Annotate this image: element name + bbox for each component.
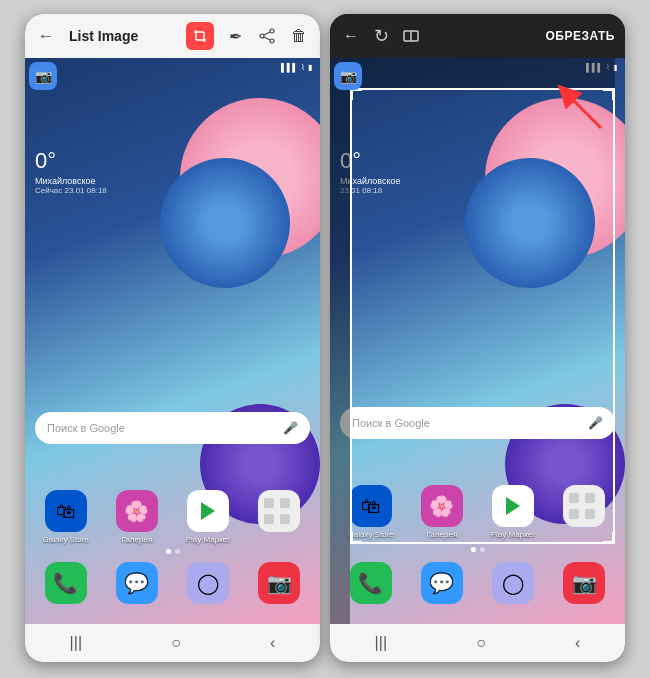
deco-circle-blue (160, 158, 290, 288)
right-play-icon (492, 485, 534, 527)
wifi-icon: ⌇ (301, 63, 305, 72)
right-app-gallery[interactable]: 🌸 Галерея (409, 485, 474, 539)
right-dot-1 (471, 547, 476, 552)
nav-home[interactable]: ○ (171, 634, 181, 652)
dot-2 (175, 549, 180, 554)
left-phone-panel: ← List Image ✒ (25, 14, 320, 662)
play-market-icon (187, 490, 229, 532)
svg-point-1 (270, 39, 274, 43)
right-nav-back[interactable]: ‹ (575, 634, 580, 652)
dim-overlay-left (330, 58, 350, 624)
right-gallery-icon: 🌸 (421, 485, 463, 527)
right-galaxy-store-label: Galaxy Store (348, 530, 394, 539)
left-nav-bar: ||| ○ ‹ (25, 624, 320, 662)
search-bar-left[interactable]: Поиск в Google 🎤 (35, 412, 310, 444)
camera-app-icon: 📷 (258, 562, 300, 604)
weather-temp: 0° (35, 148, 107, 174)
right-gallery-label: Галерея (427, 530, 458, 539)
nav-recent[interactable]: ||| (70, 634, 82, 652)
right-back-button[interactable]: ← (340, 25, 362, 47)
right-app-grid-row1: 🛍 Galaxy Store 🌸 Галерея Play Маркет (338, 485, 617, 539)
right-dot-2 (480, 547, 485, 552)
app-gallery[interactable]: 🌸 Галерея (104, 490, 169, 544)
refresh-button[interactable]: ↻ (370, 25, 392, 47)
signal-icon: ▌▌▌ (281, 63, 298, 72)
right-search-placeholder: Поиск в Google (352, 417, 430, 429)
app-play-market[interactable]: Play Маркет (176, 490, 241, 544)
galaxy-store-label: Galaxy Store (43, 535, 89, 544)
camera-icon-top: 📷 (29, 62, 57, 90)
left-screen: 📷 5:16 ▌▌▌ ⌇ ▮ 0° Михайловское Сейчас 23… (25, 58, 320, 624)
right-app-messages[interactable]: 💬 (409, 562, 474, 604)
right-nav-recent[interactable]: ||| (375, 634, 387, 652)
right-screen: 📷 5:16 ▌▌▌ ⌇ ▮ (330, 58, 625, 624)
dim-overlay-top (350, 58, 615, 88)
right-messages-icon: 💬 (421, 562, 463, 604)
share-button[interactable] (256, 25, 278, 47)
svg-point-2 (260, 34, 264, 38)
right-search-bar[interactable]: Поиск в Google 🎤 (340, 407, 615, 439)
app-phone[interactable]: 📞 (33, 562, 98, 604)
right-app-play[interactable]: Play Маркет (481, 485, 546, 539)
bixby-icon: ◯ (187, 562, 229, 604)
folder-icon (258, 490, 300, 532)
right-app-camera[interactable]: 📷 (552, 562, 617, 604)
weather-time: Сейчас 23.01 08:18 (35, 186, 107, 195)
gallery-icon: 🌸 (116, 490, 158, 532)
messages-icon: 💬 (116, 562, 158, 604)
right-top-bar: ← ↻ ОБРЕЗАТЬ (330, 14, 625, 58)
crop-ratio-button[interactable] (400, 25, 422, 47)
phone-icon: 📞 (45, 562, 87, 604)
app-folder[interactable] (247, 490, 312, 544)
right-folder-icon (563, 485, 605, 527)
edit-button[interactable]: ✒ (224, 25, 246, 47)
status-icons: ▌▌▌ ⌇ ▮ (281, 63, 312, 72)
page-dots (25, 549, 320, 554)
weather-widget: 0° Михайловское Сейчас 23.01 08:18 (35, 148, 107, 195)
right-camera-icon-top: 📷 (334, 62, 362, 90)
weather-location: Михайловское (35, 176, 107, 186)
status-bar-left: 5:16 ▌▌▌ ⌇ ▮ (25, 58, 320, 76)
gallery-label: Галерея (122, 535, 153, 544)
right-page-dots (330, 547, 625, 552)
page-title: List Image (69, 28, 178, 44)
nav-back[interactable]: ‹ (270, 634, 275, 652)
app-camera[interactable]: 📷 (247, 562, 312, 604)
svg-line-4 (264, 37, 270, 40)
galaxy-store-icon: 🛍 (45, 490, 87, 532)
crop-corner-tr (603, 88, 615, 100)
app-messages[interactable]: 💬 (104, 562, 169, 604)
search-placeholder: Поиск в Google (47, 422, 125, 434)
toolbar-icons: ✒ 🗑 (186, 22, 310, 50)
delete-button[interactable]: 🗑 (288, 25, 310, 47)
app-grid-row1: 🛍 Galaxy Store 🌸 Галерея Play Маркет (33, 490, 312, 544)
obrezat-button[interactable]: ОБРЕЗАТЬ (545, 29, 615, 43)
battery-icon: ▮ (308, 63, 312, 72)
crop-button[interactable] (186, 22, 214, 50)
right-app-folder[interactable] (552, 485, 617, 539)
right-deco-blue (465, 158, 595, 288)
back-button[interactable]: ← (35, 25, 57, 47)
app-grid-row2: 📞 💬 ◯ 📷 (33, 562, 312, 604)
right-mic-icon: 🎤 (588, 416, 603, 430)
right-bixby-icon: ◯ (492, 562, 534, 604)
dot-1 (166, 549, 171, 554)
svg-line-3 (264, 32, 270, 35)
app-galaxy-store[interactable]: 🛍 Galaxy Store (33, 490, 98, 544)
right-app-dock: 📞 💬 ◯ 📷 (338, 562, 617, 604)
right-nav-bar: ||| ○ ‹ (330, 624, 625, 662)
play-market-label: Play Маркет (186, 535, 231, 544)
right-app-bixby[interactable]: ◯ (481, 562, 546, 604)
app-bixby[interactable]: ◯ (176, 562, 241, 604)
right-phone-icon: 📞 (350, 562, 392, 604)
right-phone-panel: ← ↻ ОБРЕЗАТЬ 📷 5:16 ▌▌▌ ⌇ ▮ (330, 14, 625, 662)
left-top-bar: ← List Image ✒ (25, 14, 320, 58)
mic-icon: 🎤 (283, 421, 298, 435)
right-galaxy-store-icon: 🛍 (350, 485, 392, 527)
svg-point-0 (270, 29, 274, 33)
right-play-label: Play Маркет (491, 530, 536, 539)
right-nav-home[interactable]: ○ (476, 634, 486, 652)
right-camera-app-icon: 📷 (563, 562, 605, 604)
